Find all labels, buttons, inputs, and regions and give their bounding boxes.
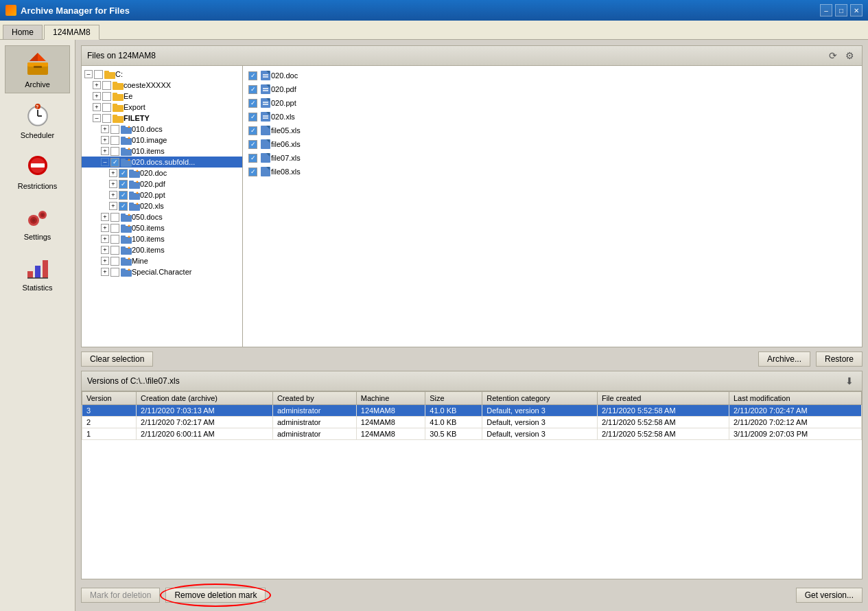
file-item-020pdf[interactable]: 020.pdf [246, 82, 859, 96]
clear-selection-button[interactable]: Clear selection [81, 351, 153, 367]
tree-checkbox-050docs[interactable] [110, 213, 119, 222]
tree-item-coestexxxxx[interactable]: + coesteXXXXX [82, 80, 242, 91]
tree-expander-c[interactable]: – [84, 70, 93, 78]
svg-marker-72 [128, 257, 130, 260]
sidebar-item-statistics[interactable]: Statistics [5, 249, 70, 297]
versions-table[interactable]: Version Creation date (archive) Created … [82, 391, 862, 579]
file-checkbox-file06xls[interactable] [248, 140, 257, 149]
file-checkbox-020pdf[interactable] [248, 85, 257, 94]
tree-item-010docs[interactable]: + 010.docs [82, 124, 242, 135]
tab-home[interactable]: Home [3, 25, 43, 39]
tree-checkbox-mine[interactable] [110, 257, 119, 266]
mark-deletion-button[interactable]: Mark for deletion [81, 588, 160, 603]
tree-item-c[interactable]: – C: [82, 69, 242, 80]
tree-item-ee[interactable]: + Ee [82, 91, 242, 102]
tree-checkbox-filety[interactable] [102, 114, 111, 123]
tree-checkbox-export[interactable] [102, 103, 111, 112]
tree-checkbox-c[interactable] [94, 70, 103, 79]
tree-checkbox-coeste[interactable] [102, 81, 111, 90]
tree-item-050docs[interactable]: + 050.docs [82, 211, 242, 222]
files-refresh-button[interactable]: ⟳ [826, 49, 840, 62]
tree-checkbox-020docs[interactable] [110, 158, 119, 167]
tree-item-mine[interactable]: + Mine [82, 255, 242, 266]
tree-item-special-character[interactable]: + Special.Character [82, 266, 242, 277]
tree-expander-special[interactable]: + [101, 268, 109, 276]
tree-checkbox-010docs[interactable] [110, 125, 119, 134]
tree-expander-020doc[interactable]: + [109, 169, 117, 177]
tree-item-010items[interactable]: + 010.items [82, 146, 242, 157]
tree-checkbox-100items[interactable] [110, 235, 119, 244]
sidebar-item-restrictions[interactable]: Restrictions [5, 147, 70, 195]
tree-checkbox-010image[interactable] [110, 136, 119, 145]
tree-item-010image[interactable]: + 010.image [82, 135, 242, 146]
tree-checkbox-050items[interactable] [110, 224, 119, 233]
file-item-file07xls[interactable]: file07.xls [246, 151, 859, 165]
file-checkbox-file08xls[interactable] [248, 168, 257, 176]
tree-checkbox-200items[interactable] [110, 246, 119, 255]
tree-item-export[interactable]: + Export [82, 102, 242, 113]
archive-button[interactable]: Archive... [758, 351, 810, 367]
close-button[interactable]: ✕ [850, 4, 863, 16]
tree-item-filety[interactable]: – FILETY [82, 113, 242, 124]
tree-item-020doc[interactable]: + 020.doc [82, 168, 242, 178]
file-item-020ppt[interactable]: 020.ppt [246, 96, 859, 110]
maximize-button[interactable]: □ [835, 4, 847, 16]
tree-expander-050items[interactable]: + [101, 224, 109, 232]
sidebar-item-archive[interactable]: Archive [5, 45, 70, 93]
tree-expander-050docs[interactable]: + [101, 213, 109, 221]
tree-expander-010docs[interactable]: + [101, 125, 109, 133]
versions-download-icon[interactable]: ⬇ [843, 374, 856, 388]
file-item-020doc[interactable]: 020.doc [246, 69, 859, 82]
file-item-file08xls[interactable]: file08.xls [246, 165, 859, 178]
tree-item-020docs-subfolder[interactable]: – 020.docs.subfold... [82, 157, 242, 168]
file-checkbox-020ppt[interactable] [248, 99, 257, 108]
file-item-file06xls[interactable]: file06.xls [246, 137, 859, 151]
tree-expander-010image[interactable]: + [101, 136, 109, 144]
get-version-button[interactable]: Get version... [796, 588, 863, 603]
file-checkbox-020doc[interactable] [248, 71, 257, 80]
files-panel-header: Files on 124MAM8 ⟳ ⚙ [82, 46, 862, 66]
tree-item-100items[interactable]: + 100.items [82, 233, 242, 244]
tree-checkbox-special[interactable] [110, 268, 119, 277]
file-checkbox-file05xls[interactable] [248, 126, 257, 135]
version-row-2[interactable]: 2 2/11/2020 7:02:17 AM administrator 124… [82, 417, 862, 428]
file-list-panel[interactable]: 020.doc 020.pdf [243, 66, 862, 347]
remove-deletion-mark-button[interactable]: Remove deletion mark [165, 588, 266, 603]
tree-checkbox-020doc[interactable] [119, 169, 128, 178]
tree-item-050items[interactable]: + 050.items [82, 222, 242, 233]
tree-expander-020docs[interactable]: – [101, 158, 109, 166]
minimize-button[interactable]: – [820, 4, 832, 16]
tree-panel[interactable]: – C: + [82, 66, 243, 347]
tab-124mam8[interactable]: 124MAM8 [44, 25, 99, 40]
tree-expander-020ppt[interactable]: + [109, 191, 117, 199]
tree-expander-010items[interactable]: + [101, 147, 109, 155]
tree-expander-020xls[interactable]: + [109, 202, 117, 210]
tree-checkbox-020ppt[interactable] [119, 191, 128, 200]
file-item-file05xls[interactable]: file05.xls [246, 124, 859, 137]
tree-expander-filety[interactable]: – [93, 114, 101, 122]
tree-item-200items[interactable]: + 200.items [82, 244, 242, 255]
file-checkbox-file07xls[interactable] [248, 154, 257, 163]
restore-button[interactable]: Restore [816, 351, 863, 367]
tree-checkbox-020pdf[interactable] [119, 180, 128, 189]
tree-expander-100items[interactable]: + [101, 235, 109, 243]
tree-item-020xls[interactable]: + 020.xls [82, 200, 242, 211]
file-item-020xls[interactable]: 020.xls [246, 110, 859, 124]
tree-checkbox-ee[interactable] [102, 92, 111, 101]
tree-expander-020pdf[interactable]: + [109, 180, 117, 188]
version-row-3[interactable]: 3 2/11/2020 7:03:13 AM administrator 124… [82, 405, 862, 417]
sidebar-item-scheduler[interactable]: ? Scheduler [5, 96, 70, 144]
tree-expander-200items[interactable]: + [101, 246, 109, 254]
tree-checkbox-020xls[interactable] [119, 202, 128, 211]
version-row-1[interactable]: 1 2/11/2020 6:00:11 AM administrator 124… [82, 428, 862, 440]
tree-item-020ppt[interactable]: + 020.ppt [82, 189, 242, 200]
file-checkbox-020xls[interactable] [248, 113, 257, 122]
tree-expander-ee[interactable]: + [93, 92, 101, 100]
tree-item-020pdf[interactable]: + 020.pdf [82, 178, 242, 189]
sidebar-item-settings[interactable]: Settings [5, 198, 70, 246]
tree-expander-mine[interactable]: + [101, 257, 109, 265]
tree-checkbox-010items[interactable] [110, 147, 119, 156]
tree-expander-coeste[interactable]: + [93, 81, 101, 89]
tree-expander-export[interactable]: + [93, 103, 101, 111]
files-settings-button[interactable]: ⚙ [843, 49, 856, 62]
